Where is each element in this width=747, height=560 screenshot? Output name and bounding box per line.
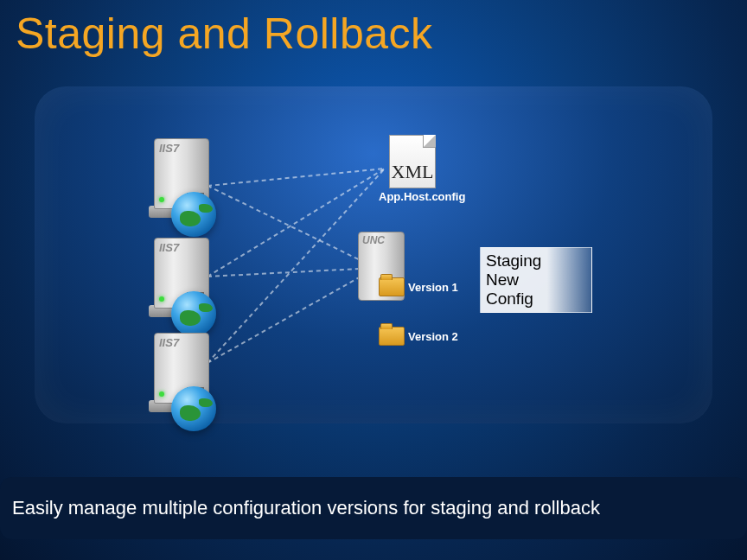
folder-icon xyxy=(379,327,405,346)
iis-server-2-label: IIS7 xyxy=(159,241,179,254)
staging-callout: StagingNewConfig xyxy=(480,247,592,313)
unc-server-label: UNC xyxy=(362,234,385,246)
diagram-panel: IIS7 IIS7 IIS7 XML App.Host.config UNC V… xyxy=(35,86,712,423)
folder-version-2: Version 2 xyxy=(379,324,472,348)
folder-version-2-label: Version 2 xyxy=(408,330,458,343)
iis-server-1-label: IIS7 xyxy=(159,142,179,155)
svg-line-5 xyxy=(208,268,376,277)
footer-bar: Easily manage multiple configuration ver… xyxy=(0,477,747,539)
slide-title: Staging and Rollback xyxy=(16,9,433,59)
folder-version-1: Version 1 xyxy=(379,275,472,299)
xml-badge: XML xyxy=(392,161,434,183)
svg-line-1 xyxy=(208,169,385,186)
xml-config-file: XML App.Host.config xyxy=(379,135,446,204)
globe-icon-1 xyxy=(171,192,216,237)
svg-line-6 xyxy=(208,268,376,363)
globe-icon-3 xyxy=(171,386,216,431)
iis-server-3-label: IIS7 xyxy=(159,336,179,349)
xml-caption: App.Host.config xyxy=(379,190,446,203)
footer-text: Easily manage multiple configuration ver… xyxy=(12,497,600,519)
globe-icon-2 xyxy=(171,291,216,336)
folder-version-1-label: Version 1 xyxy=(408,281,458,294)
svg-line-4 xyxy=(208,186,376,268)
folder-icon xyxy=(379,277,405,296)
